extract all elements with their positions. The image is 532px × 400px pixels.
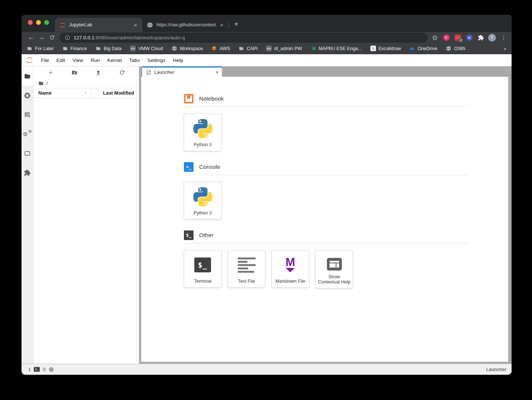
launcher-tab-title: Launcher: [154, 69, 213, 75]
bookmark-excalidraw[interactable]: § Excalidraw: [370, 46, 401, 51]
bookmark-aws[interactable]: AWS: [211, 46, 230, 51]
extension-icon-pink[interactable]: T: [442, 33, 450, 42]
extensions-puzzle-icon[interactable]: [477, 33, 485, 42]
menu-run[interactable]: Run: [87, 58, 104, 63]
python-icon: [193, 118, 213, 139]
url-host: 127.0.0.1: [74, 35, 94, 40]
extension-icon-red[interactable]: ⋯ 2: [454, 33, 462, 42]
breadcrumb-root: /: [46, 81, 48, 86]
bookmarks-overflow-icon[interactable]: »: [503, 46, 506, 52]
menu-tabs[interactable]: Tabs: [126, 58, 144, 63]
launcher-section-other: $_ Other $_ Terminal: [184, 230, 469, 288]
extension-icon-blue[interactable]: V: [465, 33, 473, 42]
bookmark-folder-finance[interactable]: Finance: [62, 46, 87, 51]
refresh-button[interactable]: [119, 69, 125, 76]
bookmark-folder-capi[interactable]: CAPI: [239, 46, 257, 51]
launcher-card-show-contextual-help[interactable]: Show Contextual Help: [315, 250, 353, 288]
new-tab-button[interactable]: +: [229, 20, 244, 29]
breadcrumb[interactable]: /: [33, 78, 139, 88]
menu-edit[interactable]: Edit: [53, 58, 69, 63]
vm-icon: vm: [266, 46, 272, 51]
bookmark-mapbu-ese[interactable]: MAPBU ESE Enga...: [311, 46, 362, 51]
card-label: Markdown File: [274, 279, 307, 284]
launcher-tab[interactable]: Launcher ×: [142, 66, 222, 77]
browser-menu-icon[interactable]: ⋮: [499, 34, 508, 41]
bookmark-o365[interactable]: O365: [446, 46, 466, 51]
tabs-icon: [24, 150, 31, 157]
launcher-body: Notebook Python 3: [141, 77, 508, 362]
column-header-name[interactable]: Name: [33, 88, 91, 98]
forward-button[interactable]: →: [36, 34, 47, 41]
close-window-button[interactable]: [28, 20, 33, 25]
contextual-help-icon: [327, 258, 342, 271]
minimize-window-button[interactable]: [36, 20, 41, 25]
globe-favicon-icon: [147, 22, 153, 28]
console-icon: >_: [184, 162, 194, 172]
bookmark-dl-admin-pw[interactable]: vm dl_admin PW: [266, 46, 302, 51]
launcher-card-text-file[interactable]: Text File: [228, 250, 265, 288]
browser-tab-raw-githubusercontent[interactable]: https://raw.githubusercontent. ×: [142, 18, 228, 32]
menu-view[interactable]: View: [69, 58, 87, 63]
section-divider: [184, 106, 469, 107]
extension-badge: 2: [459, 38, 463, 42]
menu-file[interactable]: File: [37, 58, 53, 63]
browser-tab-jupyterlab[interactable]: JupyterLab ×: [55, 18, 142, 32]
back-button[interactable]: ←: [26, 34, 36, 41]
sidebar-item-property-inspector[interactable]: ⚙⚙: [22, 124, 33, 144]
new-launcher-button[interactable]: [48, 69, 54, 76]
text-file-icon: [238, 258, 256, 273]
tab-close-icon[interactable]: ×: [218, 22, 225, 28]
bookmark-folder-big-data[interactable]: Big Data: [95, 46, 121, 51]
upload-button[interactable]: [95, 69, 101, 76]
address-bar[interactable]: 127.0.0.1:8080/user/admin/lab/workspaces…: [59, 33, 428, 43]
url-text: 127.0.0.1:8080/user/admin/lab/workspaces…: [74, 35, 185, 40]
launcher-card-terminal[interactable]: $_ Terminal: [184, 250, 221, 288]
section-title: Console: [199, 164, 220, 170]
menu-kernel[interactable]: Kernel: [104, 58, 126, 63]
bookmark-star-icon[interactable]: [431, 33, 439, 42]
launcher-card-console-python3[interactable]: Python 3: [184, 182, 221, 219]
plus-icon: [48, 69, 54, 76]
new-folder-button[interactable]: [71, 69, 78, 76]
bookmark-vmw-cloud[interactable]: vm VMW Cloud: [130, 46, 163, 51]
menu-settings[interactable]: Settings: [143, 58, 169, 63]
profile-avatar[interactable]: T: [488, 34, 496, 42]
menu-help[interactable]: Help: [169, 58, 187, 63]
section-divider: [184, 175, 469, 175]
browser-tabstrip: JupyterLab × https://raw.githubuserconte…: [22, 15, 512, 32]
sidebar-item-open-tabs[interactable]: [22, 144, 33, 163]
column-header-last-modified[interactable]: Last Modified: [91, 90, 139, 96]
file-browser-toolbar: [33, 66, 139, 78]
running-sessions-status[interactable]: 1 $_ 0: [28, 367, 54, 373]
sort-ascending-icon: [84, 91, 88, 95]
gears-icon: ⚙⚙: [24, 130, 31, 138]
launcher-card-notebook-python3[interactable]: Python 3: [184, 114, 221, 151]
close-tab-icon[interactable]: ×: [215, 69, 219, 75]
status-bar: 1 $_ 0 Launcher: [22, 364, 512, 375]
vm-icon: vm: [130, 46, 136, 51]
puzzle-icon: [24, 169, 31, 176]
notebook-icon: [184, 94, 194, 104]
jupyterlab-main: ⚙⚙: [22, 66, 512, 364]
site-info-icon[interactable]: [65, 35, 70, 40]
reload-button[interactable]: [47, 35, 57, 40]
sidebar-item-command-palette[interactable]: [22, 105, 33, 124]
file-list-empty[interactable]: [33, 98, 139, 364]
launcher-icon: [146, 70, 151, 75]
card-label: Python 3: [192, 210, 213, 216]
zoom-window-button[interactable]: [44, 20, 49, 25]
launcher-card-markdown-file[interactable]: M Markdown File: [272, 250, 309, 288]
bookmarks-bar: For Later Finance Big Data vm VMW Cloud …: [22, 43, 512, 54]
bookmark-folder-for-later[interactable]: For Later: [27, 46, 54, 51]
dock-tabbar: Launcher ×: [139, 66, 512, 77]
sidebar-item-extension-manager[interactable]: [22, 163, 33, 182]
browser-window: JupyterLab × https://raw.githubuserconte…: [22, 15, 512, 375]
macos-traffic-lights: [22, 15, 55, 32]
terminal-icon: $_: [194, 258, 211, 272]
sidebar-item-running-sessions[interactable]: [22, 86, 33, 105]
bookmark-onedrive[interactable]: OneDrive: [409, 46, 437, 51]
tab-close-icon[interactable]: ×: [132, 22, 139, 28]
sidebar-item-filebrowser[interactable]: [22, 66, 33, 86]
bookmark-workspace[interactable]: Workspace: [172, 46, 203, 51]
terminal-icon: $_: [34, 367, 40, 372]
